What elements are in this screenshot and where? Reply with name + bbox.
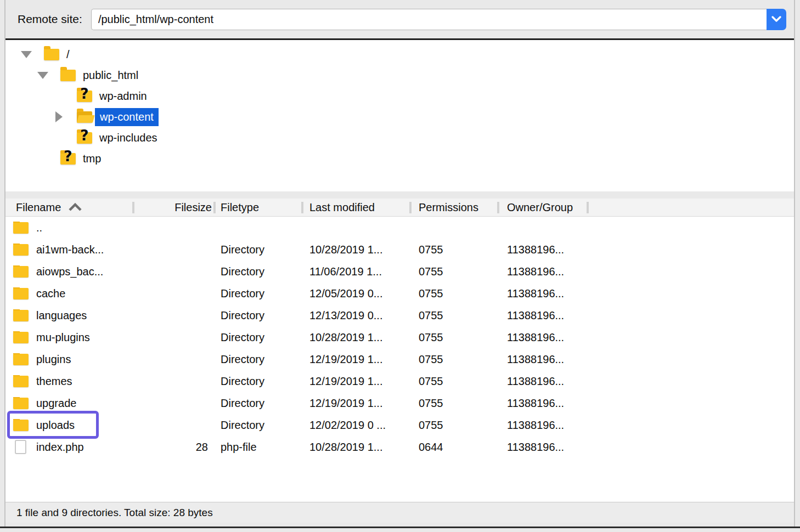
folder-icon xyxy=(13,244,29,256)
permissions: 0755 xyxy=(412,353,499,366)
filename: themes xyxy=(36,375,72,388)
folder-unknown-icon: ? xyxy=(77,132,92,144)
filetype: Directory xyxy=(216,397,303,410)
column-header-filesize[interactable]: Filesize xyxy=(134,199,216,216)
column-header-label: Permissions xyxy=(419,201,478,214)
tree-item-label-selected: wp-content xyxy=(95,108,159,126)
remote-path-input[interactable] xyxy=(91,9,767,30)
chevron-down-icon xyxy=(771,15,782,23)
table-row-plugins[interactable]: plugins Directory 12/19/2019 1... 0755 1… xyxy=(5,348,794,370)
column-header-label: Filesize xyxy=(174,201,212,214)
table-row-cache[interactable]: cache Directory 12/05/2019 0... 0755 113… xyxy=(5,282,794,304)
last-modified: 12/13/2019 0... xyxy=(303,309,412,322)
permissions: 0644 xyxy=(412,441,499,454)
last-modified: 12/19/2019 1... xyxy=(303,375,412,388)
table-row-ai1wm-backups[interactable]: ai1wm-back... Directory 10/28/2019 1... … xyxy=(5,239,794,261)
filename: ai1wm-back... xyxy=(36,244,104,256)
permissions: 0755 xyxy=(412,397,499,410)
tree-item-wp-includes[interactable]: ? wp-includes xyxy=(5,127,794,148)
table-row-index-php[interactable]: index.php 28 php-file 10/28/2019 1... 06… xyxy=(5,436,794,458)
tree-item-label: / xyxy=(66,48,70,61)
column-header-filetype[interactable]: Filetype xyxy=(216,199,303,216)
status-bar-text: 1 file and 9 directories. Total size: 28… xyxy=(16,507,213,519)
filename: uploads xyxy=(36,419,75,432)
column-header-filename[interactable]: Filename xyxy=(5,199,134,216)
permissions: 0755 xyxy=(412,375,499,388)
permissions: 0755 xyxy=(412,309,499,322)
tree-item-wp-admin[interactable]: ? wp-admin xyxy=(5,86,794,106)
status-bar: 1 file and 9 directories. Total size: 28… xyxy=(5,502,794,523)
last-modified: 12/05/2019 0... xyxy=(303,287,412,300)
filetype: php-file xyxy=(216,441,303,454)
owner-group: 11388196... xyxy=(499,309,589,322)
folder-icon xyxy=(13,222,29,234)
owner-group: 11388196... xyxy=(499,441,589,454)
column-header-owner-group[interactable]: Owner/Group xyxy=(499,199,589,216)
remote-file-list-panel: Filename Filesize Filetype Last modified… xyxy=(5,199,794,523)
file-list-header: Filename Filesize Filetype Last modified… xyxy=(5,199,794,217)
table-row-aiowps-backups[interactable]: aiowps_bac... Directory 11/06/2019 1... … xyxy=(5,261,794,282)
tree-item-label: public_html xyxy=(83,69,138,82)
column-header-label: Owner/Group xyxy=(507,201,573,214)
sort-ascending-icon xyxy=(68,203,82,212)
filetype: Directory xyxy=(216,287,303,300)
filetype: Directory xyxy=(216,331,303,344)
question-mark-glyph: ? xyxy=(80,127,89,144)
folder-icon xyxy=(13,266,29,278)
filename: cache xyxy=(36,287,65,300)
tree-item-tmp[interactable]: ? tmp xyxy=(5,148,794,169)
filetype: Directory xyxy=(216,265,303,278)
triangle-right-icon xyxy=(55,111,63,122)
table-row-languages[interactable]: languages Directory 12/13/2019 0... 0755… xyxy=(5,304,794,326)
tree-item-public-html[interactable]: public_html xyxy=(5,65,794,86)
table-row-parent-dir[interactable]: .. xyxy=(5,217,794,239)
last-modified: 12/19/2019 1... xyxy=(303,353,412,366)
tree-item-root[interactable]: / xyxy=(5,44,794,65)
filetype: Directory xyxy=(216,244,303,256)
filename: mu-plugins xyxy=(36,331,90,344)
remote-site-panel: Remote site: / public_html ? wp-admin xyxy=(4,0,795,528)
question-mark-glyph: ? xyxy=(64,148,72,165)
filename: plugins xyxy=(36,353,71,366)
owner-group: 11388196... xyxy=(499,331,589,344)
tree-item-wp-content[interactable]: wp-content xyxy=(5,106,794,127)
panel-divider xyxy=(5,191,794,199)
table-row-upgrade[interactable]: upgrade Directory 12/19/2019 1... 0755 1… xyxy=(5,392,794,414)
owner-group: 11388196... xyxy=(499,397,589,410)
table-row-uploads[interactable]: uploads Directory 12/02/2019 0 ... 0755 … xyxy=(5,414,794,436)
column-header-permissions[interactable]: Permissions xyxy=(412,199,499,216)
file-list-body: .. ai1wm-back... Directory 10/28/2019 1.… xyxy=(5,217,794,502)
folder-open-icon xyxy=(77,111,92,123)
owner-group: 11388196... xyxy=(499,353,589,366)
last-modified: 12/19/2019 1... xyxy=(303,397,412,410)
folder-icon xyxy=(13,398,29,409)
folder-unknown-icon: ? xyxy=(60,153,76,165)
tree-item-label: wp-admin xyxy=(99,90,147,103)
permissions: 0755 xyxy=(412,287,499,300)
filetype: Directory xyxy=(216,309,303,322)
table-row-themes[interactable]: themes Directory 12/19/2019 1... 0755 11… xyxy=(5,370,794,392)
column-header-label: Filetype xyxy=(221,201,259,214)
permissions: 0755 xyxy=(412,265,499,278)
filename: .. xyxy=(36,222,42,234)
last-modified: 11/06/2019 1... xyxy=(303,265,412,278)
filename: aiowps_bac... xyxy=(36,265,103,278)
column-header-last-modified[interactable]: Last modified xyxy=(303,199,412,216)
folder-icon xyxy=(13,288,29,299)
filename: languages xyxy=(36,309,87,322)
remote-site-toolbar: Remote site: xyxy=(5,0,794,40)
table-row-mu-plugins[interactable]: mu-plugins Directory 10/28/2019 1... 075… xyxy=(5,326,794,348)
remote-path-dropdown-button[interactable] xyxy=(767,9,786,30)
tree-item-label: wp-includes xyxy=(99,132,157,144)
permissions: 0755 xyxy=(412,244,499,256)
filesize: 28 xyxy=(134,441,216,454)
last-modified: 10/28/2019 1... xyxy=(303,244,412,256)
folder-icon xyxy=(13,420,29,431)
expand-collapse-toggle[interactable] xyxy=(54,111,77,122)
last-modified: 10/28/2019 1... xyxy=(303,441,412,454)
column-header-label: Filename xyxy=(16,201,61,214)
expand-collapse-toggle[interactable] xyxy=(21,51,44,58)
folder-icon xyxy=(44,49,59,60)
owner-group: 11388196... xyxy=(499,419,589,432)
expand-collapse-toggle[interactable] xyxy=(37,72,60,79)
